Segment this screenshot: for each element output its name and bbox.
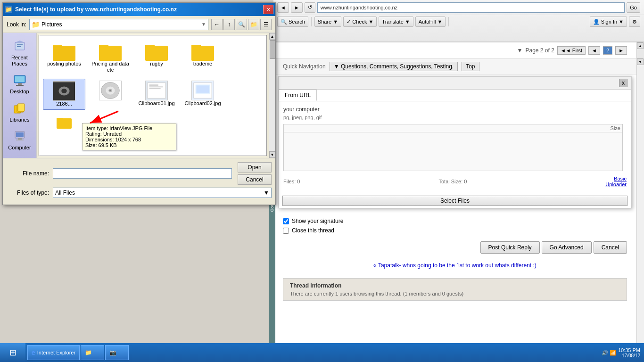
file-item-clipboard01[interactable]: Clipboard01.jpg xyxy=(135,79,178,109)
nav-back-btn[interactable]: ← xyxy=(211,19,223,30)
browser-scroll-down[interactable]: ▼ xyxy=(637,58,644,65)
scroll-down-btn[interactable]: ▼ xyxy=(269,151,276,158)
file-item-posting[interactable]: posting photos xyxy=(43,39,85,75)
svg-marker-1 xyxy=(15,41,25,42)
select-files-btn[interactable]: Select Files xyxy=(282,196,627,206)
size-column-header: Size xyxy=(611,125,620,131)
file-area-scrollbar[interactable]: ▲ ▼ xyxy=(269,33,275,158)
filetype-combo[interactable]: All Files ▼ xyxy=(53,188,272,198)
sidebar-item-network[interactable]: Network xyxy=(5,155,35,158)
open-button[interactable]: Open xyxy=(238,162,272,173)
file-item-trademe[interactable]: trademe xyxy=(182,39,224,75)
taskbar: ⊞ e Internet Explorer 📁 📷 🔊 📶 10:35 PM 1… xyxy=(0,343,644,362)
tapatalk-link[interactable]: « Tapatalk- whos going to be the 1st to … xyxy=(373,262,537,269)
dialog-left-panel: Recent Places Desktop xyxy=(3,33,37,158)
dialog-bottom: File name: Open Cancel Files of type: Al… xyxy=(3,158,275,205)
dialog-titlebar: 📁 Select file(s) to upload by www.nzhunt… xyxy=(3,3,275,16)
upload-content-area: your computer pg, jpeg, png, gif Size xyxy=(279,101,631,194)
next-page-btn[interactable]: ► xyxy=(615,46,627,55)
nav-search-btn[interactable]: 🔍 xyxy=(236,19,247,30)
ie-icon: e xyxy=(32,349,35,356)
upload-widget: x From URL your computer pg, jpeg, png, … xyxy=(278,76,632,208)
address-bar[interactable]: www.nzhuntingandshooting.co.nz xyxy=(317,2,625,13)
search-btn[interactable]: 🔍 Search xyxy=(277,16,308,27)
sign-in-btn[interactable]: 👤 Sign In ▼ xyxy=(590,16,627,27)
file-item-extra-folder[interactable] xyxy=(43,114,85,131)
cancel-button[interactable]: Cancel xyxy=(238,174,272,185)
first-page-btn[interactable]: ◄◄ First xyxy=(557,46,586,55)
taskbar-explorer-btn[interactable]: 📁 xyxy=(81,345,104,360)
quick-navigation-bar: Quick Navigation ▼ Questions, Comments, … xyxy=(273,59,636,74)
file-item-clipboard02[interactable]: Clipboard02.jpg xyxy=(182,79,224,109)
svg-rect-10 xyxy=(18,104,25,111)
scroll-up-btn[interactable]: ▲ xyxy=(269,33,276,40)
show-signature-checkbox[interactable] xyxy=(283,218,289,224)
upload-footer: Files: 0 Total Size: 0 Basic Uploader xyxy=(283,174,627,189)
thread-info-title: Thread Information xyxy=(290,282,620,289)
forward-btn[interactable]: ► xyxy=(291,2,303,13)
svg-rect-22 xyxy=(53,46,75,61)
go-advanced-btn[interactable]: Go Advanced xyxy=(542,241,592,254)
sidebar-item-libraries[interactable]: Libraries xyxy=(5,99,35,125)
folder-label-posting: posting photos xyxy=(47,61,81,67)
tab-from-url[interactable]: From URL xyxy=(279,90,317,101)
sidebar-item-recent[interactable]: Recent Places xyxy=(5,37,35,69)
show-signature-label[interactable]: Show your signature xyxy=(283,218,627,224)
taskbar-camera-btn[interactable]: 📷 xyxy=(105,345,129,360)
svg-point-32 xyxy=(61,89,67,94)
nav-view-btn[interactable]: ☰ xyxy=(260,19,272,30)
svg-rect-48 xyxy=(57,118,63,120)
filename-input[interactable] xyxy=(53,168,232,179)
svg-rect-2 xyxy=(17,44,23,45)
autofill-btn[interactable]: AutoFill ▼ xyxy=(415,16,446,27)
current-page-btn[interactable]: 2 xyxy=(603,46,612,55)
svg-rect-26 xyxy=(145,45,155,48)
desktop-label: Desktop xyxy=(10,89,29,95)
dialog-close-button[interactable]: ✕ xyxy=(263,5,273,14)
clock-display: 10:35 PM 17/08/12 xyxy=(618,347,640,358)
nav-up-btn[interactable]: ↑ xyxy=(223,19,235,30)
post-quick-reply-btn[interactable]: Post Quick Reply xyxy=(480,241,540,254)
file-item-pricing[interactable]: Pricing and data etc xyxy=(89,39,132,75)
start-button[interactable]: ⊞ xyxy=(0,343,25,362)
dialog-toolbar: Look in: 📁 Pictures ▼ ← ↑ 🔍 📁 ☰ xyxy=(3,16,275,33)
libraries-label: Libraries xyxy=(9,117,29,123)
file-item-disc[interactable] xyxy=(89,79,132,109)
go-btn[interactable]: Go xyxy=(627,2,640,13)
sidebar-item-computer[interactable]: Computer xyxy=(5,127,35,153)
check-btn[interactable]: ✓ Check ▼ xyxy=(343,16,377,27)
search-icon: 🔍 xyxy=(281,19,287,25)
translate-btn[interactable]: Translate ▼ xyxy=(379,16,413,27)
scroll-thumb[interactable] xyxy=(270,40,275,59)
refresh-btn[interactable]: ↺ xyxy=(305,2,315,13)
file-item-rugby[interactable]: rugby xyxy=(135,39,178,75)
quick-nav-top-btn[interactable]: Top xyxy=(462,62,479,71)
svg-rect-40 xyxy=(149,85,158,86)
browser-scroll-up[interactable]: ▲ xyxy=(637,42,644,49)
browser-scrollbar[interactable]: ▲ ▼ xyxy=(636,42,644,344)
close-thread-checkbox[interactable] xyxy=(283,228,289,234)
nav-newfolder-btn[interactable]: 📁 xyxy=(248,19,259,30)
sidebar-item-desktop[interactable]: Desktop xyxy=(5,71,35,97)
open-cancel-btns: Open Cancel xyxy=(238,162,272,185)
taskbar-ie-btn[interactable]: e Internet Explorer xyxy=(27,345,80,360)
form-cancel-btn[interactable]: Cancel xyxy=(594,241,627,254)
upload-file-list: Size xyxy=(283,124,623,171)
upload-formats-text: pg, jpeg, png, gif xyxy=(283,115,627,120)
settings-btn[interactable]: ⚙ xyxy=(629,16,640,27)
close-thread-label[interactable]: Close this thread xyxy=(283,227,627,234)
back-btn[interactable]: ◄ xyxy=(277,2,289,13)
upload-close-btn[interactable]: x xyxy=(619,79,627,87)
svg-line-50 xyxy=(90,111,118,123)
recent-places-icon xyxy=(12,39,27,54)
svg-point-37 xyxy=(109,90,111,91)
svg-rect-12 xyxy=(16,132,24,137)
share-btn[interactable]: Share ▼ xyxy=(314,16,341,27)
file-item-2186[interactable]: 2186... xyxy=(43,79,85,109)
annotation-arrow xyxy=(85,109,123,128)
basic-uploader-link[interactable]: Basic xyxy=(614,176,627,181)
quick-nav-dropdown[interactable]: ▼ Questions, Comments, Suggestions, Test… xyxy=(330,62,458,71)
prev-page-btn[interactable]: ◄ xyxy=(588,46,600,55)
look-in-combo[interactable]: 📁 Pictures ▼ xyxy=(29,19,208,30)
uploader-link[interactable]: Uploader xyxy=(605,181,627,187)
